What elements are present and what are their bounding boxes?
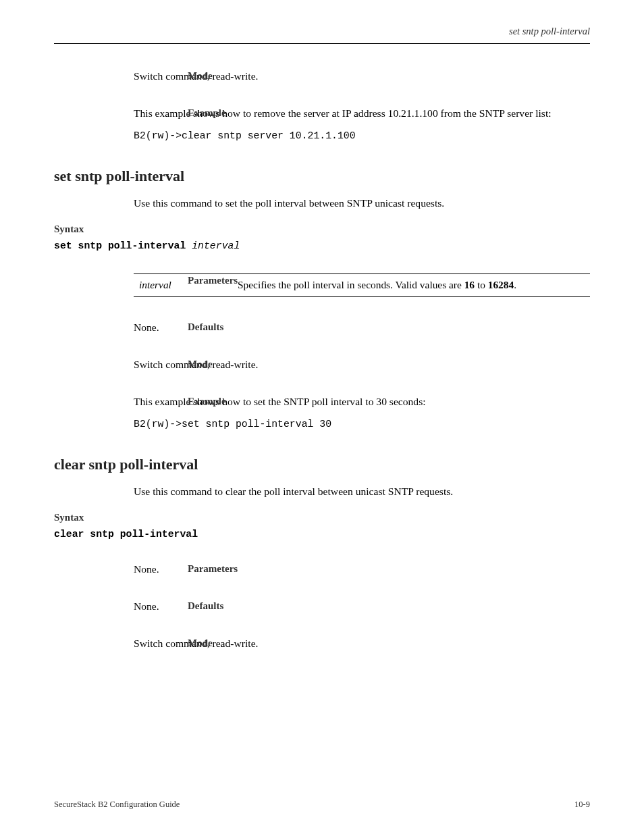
block-set-example: Example This example shows how to set th… [134, 394, 590, 432]
head-parameters: Parameters [188, 562, 259, 575]
block-clear-mode: Mode Switch command, read-write. [134, 636, 590, 650]
page: set sntp poll-interval Mode Switch comma… [0, 0, 644, 834]
head-syntax: Syntax [54, 222, 126, 236]
head-defaults: Defaults [188, 599, 259, 613]
code-example: B2(rw)->set sntp poll-interval 30 [134, 418, 590, 432]
code-syntax-clear: clear sntp poll-interval [54, 528, 510, 542]
text-set-desc: Use this command to set the poll interva… [134, 196, 590, 210]
param-b1: 16 [464, 279, 475, 290]
cmd-title-set: set sntp poll-interval [54, 166, 510, 186]
footer-right: 10-9 [574, 800, 590, 810]
block-clear-desc: Use this command to clear the poll inter… [134, 484, 590, 498]
code-example: B2(rw)->clear sntp server 10.21.1.100 [134, 130, 590, 143]
page-body: Mode Switch command, read-write. Example… [134, 39, 590, 650]
head-example: Example [188, 106, 259, 120]
param-mid: to [475, 279, 488, 290]
text-clear-desc: Use this command to clear the poll inter… [134, 484, 590, 498]
syntax-arg: interval [192, 240, 240, 251]
header-rule [54, 43, 590, 44]
param-pre: Specifies the poll interval in seconds. … [238, 279, 464, 290]
syntax-pre: set sntp poll-interval [54, 240, 192, 251]
block-set-desc: Use this command to set the poll interva… [134, 196, 590, 210]
head-mode: Mode [188, 636, 259, 650]
param-desc-cell: Specifies the poll interval in seconds. … [232, 274, 590, 297]
footer-left: SecureStack B2 Configuration Guide [54, 800, 180, 810]
param-b2: 16284 [488, 279, 514, 290]
block-mode-prev: Mode Switch command, read-write. [134, 69, 590, 83]
head-mode: Mode [188, 69, 259, 82]
block-clear-params: Parameters None. [134, 562, 590, 576]
block-example-prev: Example This example shows how to remove… [134, 106, 590, 143]
head-syntax: Syntax [54, 511, 126, 524]
block-clear-defaults: Defaults None. [134, 599, 590, 613]
param-post: . [514, 279, 516, 290]
block-set-mode: Mode Switch command, read-write. [134, 357, 590, 371]
code-syntax-set: set sntp poll-interval interval [54, 240, 510, 253]
running-header: set sntp poll-interval [509, 26, 590, 37]
head-example: Example [188, 394, 259, 408]
head-mode: Mode [188, 357, 259, 371]
param-name: interval [139, 279, 171, 290]
page-footer: SecureStack B2 Configuration Guide 10-9 [54, 800, 590, 810]
block-set-params: Parameters interval Specifies the poll i… [134, 273, 590, 297]
cmd-title-clear: clear sntp poll-interval [54, 454, 510, 475]
head-defaults: Defaults [188, 320, 259, 334]
block-set-defaults: Defaults None. [134, 320, 590, 334]
head-parameters: Parameters [188, 273, 259, 287]
